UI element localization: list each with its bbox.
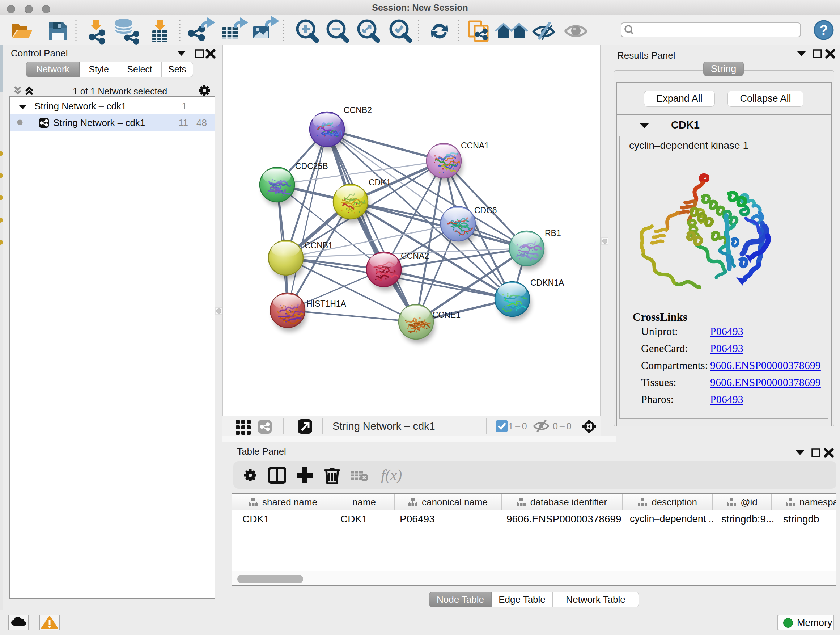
svg-text:CDKN1A: CDKN1A bbox=[531, 278, 564, 287]
svg-text:RB1: RB1 bbox=[545, 228, 561, 238]
svg-text:CDC6: CDC6 bbox=[474, 206, 497, 215]
svg-text:?: ? bbox=[819, 22, 828, 38]
svg-text:CCNA1: CCNA1 bbox=[461, 141, 489, 150]
svg-text:CCNB1: CCNB1 bbox=[305, 241, 333, 250]
svg-text:CCNA2: CCNA2 bbox=[401, 251, 429, 261]
svg-text:CCNE1: CCNE1 bbox=[432, 310, 461, 320]
svg-text:HIST1H1A: HIST1H1A bbox=[306, 299, 347, 309]
svg-text:f(x): f(x) bbox=[381, 467, 402, 484]
svg-text:CDK1: CDK1 bbox=[369, 178, 391, 187]
svg-text:CCNB2: CCNB2 bbox=[344, 105, 372, 115]
svg-text:CDC25B: CDC25B bbox=[295, 162, 328, 171]
